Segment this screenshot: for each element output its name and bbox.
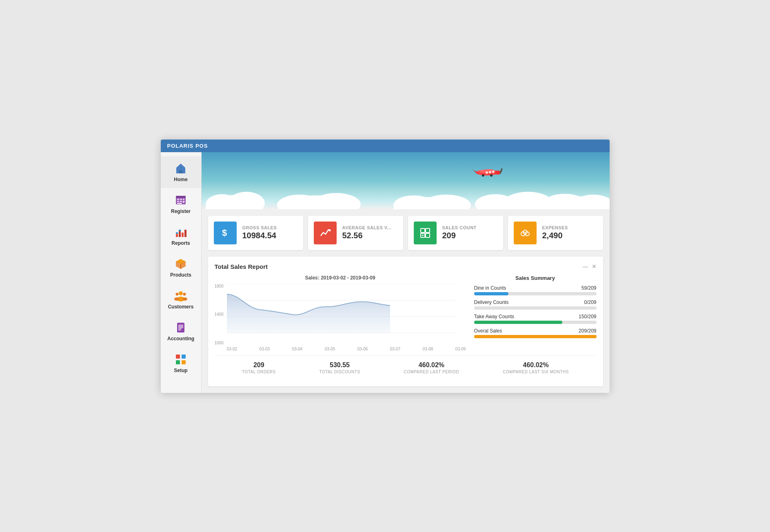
- svg-point-48: [228, 192, 265, 209]
- overall-progress-fill: [474, 335, 597, 338]
- sidebar-item-customers[interactable]: Customers: [161, 284, 201, 315]
- svg-rect-14: [176, 232, 178, 234]
- app-header: POLARIS POS: [161, 140, 610, 152]
- cloud-decoration: [202, 177, 610, 209]
- minimize-button[interactable]: —: [583, 263, 588, 270]
- compared-six-months-label: COMPARED LAST SIX MONTHS: [503, 370, 569, 374]
- takeaway-progress-fill: [474, 321, 562, 324]
- x-label-0305: 03-05: [325, 347, 335, 351]
- sales-count-label: SALES COUNT: [442, 225, 477, 230]
- overall-progress-bg: [474, 335, 597, 338]
- svg-point-54: [422, 195, 471, 209]
- delivery-value: 0/209: [584, 299, 596, 305]
- svg-point-25: [182, 297, 187, 301]
- footer-total-orders: 209 TOTAL ORDERS: [242, 361, 276, 374]
- total-discounts-label: TOTAL DISCOUNTS: [319, 370, 360, 374]
- app-container: POLARIS POS Home: [161, 140, 610, 393]
- summary-overall: Overal Sales 209/209: [474, 328, 597, 338]
- report-header: Total Sales Report — ✕: [215, 263, 597, 270]
- dine-in-progress-bg: [474, 292, 597, 295]
- total-orders-value: 209: [242, 361, 276, 369]
- chart-period: Sales: 2019-03-02 - 2019-03-09: [215, 275, 466, 281]
- svg-rect-12: [182, 233, 184, 237]
- main-layout: Home Register: [161, 152, 610, 393]
- avg-sales-icon: [314, 222, 337, 244]
- sidebar-item-setup[interactable]: Setup: [161, 347, 201, 379]
- takeaway-progress-bg: [474, 321, 597, 324]
- overall-value: 209/209: [579, 328, 596, 334]
- dine-in-progress-fill: [474, 292, 508, 295]
- gross-sales-icon: $: [214, 222, 237, 244]
- avg-sales-value: 52.56: [342, 231, 392, 240]
- stat-card-expenses: EXPENSES 2,490: [508, 216, 603, 250]
- reports-icon: [174, 226, 187, 239]
- sales-count-info: SALES COUNT 209: [442, 225, 477, 240]
- delivery-label: Delivery Counts: [474, 299, 509, 305]
- svg-rect-6: [180, 201, 182, 202]
- x-label-0303: 03-03: [260, 347, 270, 351]
- svg-rect-34: [176, 360, 180, 364]
- svg-rect-7: [183, 201, 184, 203]
- footer-compared-last-period: 460.02% COMPARED LAST PERIOD: [404, 361, 459, 374]
- register-icon: [174, 194, 187, 207]
- close-button[interactable]: ✕: [592, 263, 597, 270]
- sidebar-reports-label: Reports: [171, 240, 190, 246]
- sales-count-icon: [414, 222, 437, 244]
- svg-text:$: $: [222, 228, 227, 238]
- svg-rect-32: [176, 355, 180, 359]
- svg-point-51: [312, 193, 361, 209]
- svg-rect-2: [177, 199, 179, 200]
- svg-rect-15: [179, 230, 181, 231]
- chart-container: 1800 1400 1000: [215, 284, 466, 345]
- sidebar-customers-label: Customers: [168, 304, 194, 310]
- summary-takeaway: Take Away Counts 150/209: [474, 314, 597, 324]
- setup-icon: [174, 353, 187, 366]
- report-controls: — ✕: [583, 263, 597, 270]
- products-icon: [174, 257, 187, 270]
- stat-card-avg-sales: AVERAGE SALES V... 52.56: [308, 216, 403, 250]
- sidebar-home-label: Home: [174, 177, 187, 182]
- y-label-1400: 1400: [215, 312, 224, 317]
- overall-label: Overal Sales: [474, 328, 502, 334]
- svg-point-20: [179, 291, 183, 295]
- footer-stats: 209 TOTAL ORDERS 530.55 TOTAL DISCOUNTS …: [215, 355, 597, 380]
- banner: [202, 152, 610, 209]
- stat-card-gross-sales: $ GROSS SALES 10984.54: [208, 216, 303, 250]
- summary-area: Sales Summary Dine in Counts 59/209: [474, 275, 597, 351]
- stats-row: $ GROSS SALES 10984.54: [202, 209, 610, 257]
- compared-six-months-value: 460.02%: [503, 361, 569, 369]
- expenses-icon: [514, 222, 537, 244]
- sidebar-item-products[interactable]: Products: [161, 252, 201, 284]
- footer-compared-six-months: 460.02% COMPARED LAST SIX MONTHS: [503, 361, 569, 374]
- gross-sales-value: 10984.54: [242, 231, 277, 240]
- sales-count-value: 209: [442, 231, 477, 240]
- sidebar-item-register[interactable]: Register: [161, 188, 201, 220]
- total-discounts-value: 530.55: [319, 361, 360, 369]
- x-label-0306: 03-06: [357, 347, 368, 351]
- svg-point-42: [486, 171, 488, 174]
- dine-in-value: 59/209: [581, 285, 597, 291]
- gross-sales-info: GROSS SALES 10984.54: [242, 225, 277, 240]
- sidebar-item-reports[interactable]: Reports: [161, 220, 201, 252]
- compared-last-period-value: 460.02%: [404, 361, 459, 369]
- svg-point-23: [174, 297, 179, 301]
- report-body: Sales: 2019-03-02 - 2019-03-09 1800 1400…: [215, 275, 597, 351]
- svg-rect-0: [179, 170, 182, 173]
- sidebar: Home Register: [161, 152, 202, 393]
- dine-in-label: Dine in Counts: [474, 285, 506, 291]
- sidebar-item-accounting[interactable]: Accounting: [161, 315, 201, 347]
- x-label-0307: 03-07: [390, 347, 401, 351]
- accounting-icon: [174, 321, 187, 334]
- svg-rect-9: [176, 196, 186, 198]
- expenses-info: EXPENSES 2,490: [542, 225, 568, 240]
- svg-rect-13: [184, 230, 186, 237]
- svg-rect-11: [179, 231, 181, 237]
- takeaway-value: 150/209: [579, 314, 596, 319]
- sidebar-products-label: Products: [170, 272, 191, 278]
- svg-point-24: [183, 293, 186, 295]
- svg-point-22: [176, 293, 179, 295]
- svg-rect-3: [180, 199, 182, 200]
- chart-x-labels: 03-02 03-03 03-04 03-05 03-06 03-07 03-0…: [227, 347, 466, 351]
- svg-rect-64: [426, 228, 430, 233]
- sidebar-item-home[interactable]: Home: [161, 156, 201, 188]
